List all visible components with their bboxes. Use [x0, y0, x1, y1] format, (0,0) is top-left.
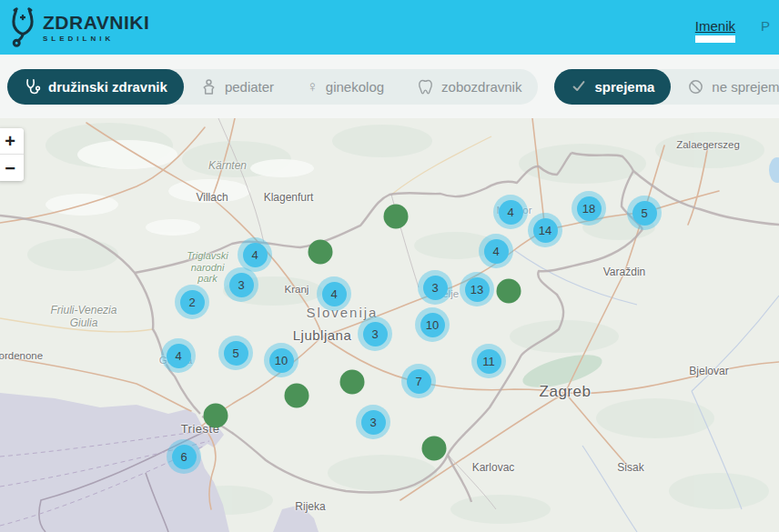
cluster-marker[interactable]: 11: [471, 344, 506, 378]
single-doctor-marker[interactable]: [497, 279, 521, 304]
cluster-marker[interactable]: 3: [418, 270, 452, 305]
single-doctor-marker[interactable]: [309, 240, 333, 265]
check-icon: [571, 78, 587, 95]
female-icon: ♀: [307, 79, 319, 95]
filter-ginekolog[interactable]: ♀ ginekolog: [290, 69, 400, 105]
single-doctor-marker[interactable]: [285, 384, 309, 408]
nav-item-truncated[interactable]: P: [761, 18, 770, 34]
active-underline: [695, 35, 735, 43]
cluster-count: 7: [407, 369, 431, 394]
filter-pediater[interactable]: pediater: [184, 69, 290, 105]
cluster-marker[interactable]: 2: [175, 285, 209, 319]
filter-label: zobozdravnik: [441, 79, 521, 95]
cluster-marker[interactable]: 13: [460, 272, 494, 306]
cluster-count: 18: [577, 196, 602, 221]
cluster-marker[interactable]: 14: [528, 213, 562, 247]
filter-bar: družinski zdravnik pediater ♀ ginekolog: [0, 55, 779, 118]
cluster-marker[interactable]: 4: [479, 234, 513, 268]
cluster-count: 3: [423, 276, 448, 300]
nav-label: Imenik: [695, 18, 735, 34]
nav-label: P: [761, 18, 770, 34]
cluster-marker[interactable]: 6: [167, 439, 201, 474]
cluster-count: 4: [167, 344, 191, 368]
filter-label: pediater: [225, 79, 274, 95]
filter-label: ne sprejema: [712, 79, 779, 95]
cluster-marker[interactable]: 4: [161, 338, 196, 373]
cluster-marker[interactable]: 3: [356, 405, 390, 439]
cluster-marker[interactable]: 7: [401, 364, 436, 398]
cluster-marker[interactable]: 3: [358, 316, 392, 351]
cluster-marker[interactable]: 10: [264, 343, 298, 377]
map-canvas[interactable]: KärntenVillachKlagenfurtTriglavski narod…: [0, 118, 779, 532]
zoom-control: + −: [0, 128, 24, 181]
cluster-count: 4: [499, 200, 523, 225]
tooth-icon: [417, 78, 434, 95]
cluster-marker[interactable]: 10: [415, 307, 450, 342]
zoom-out-button[interactable]: −: [0, 155, 24, 181]
filter-druzinski-zdravnik[interactable]: družinski zdravnik: [7, 69, 184, 105]
cluster-count: 4: [322, 282, 347, 306]
cluster-count: 10: [269, 348, 294, 373]
single-doctor-marker[interactable]: [384, 205, 409, 229]
cluster-count: 3: [229, 273, 254, 297]
filter-zobozdravnik[interactable]: zobozdravnik: [400, 69, 538, 105]
filter-ne-sprejema[interactable]: ne sprejema: [671, 69, 779, 105]
filter-label: sprejema: [594, 79, 654, 95]
cluster-marker[interactable]: 4: [317, 276, 351, 311]
single-doctor-marker[interactable]: [340, 370, 365, 395]
cluster-count: 2: [180, 290, 205, 315]
cluster-count: 5: [224, 341, 248, 366]
stethoscope-icon: [24, 78, 41, 95]
cluster-count: 4: [243, 243, 268, 267]
single-doctor-marker[interactable]: [204, 404, 228, 428]
stethoscope-logo-icon: [9, 6, 36, 48]
no-entry-icon: [687, 78, 704, 95]
cluster-count: 3: [363, 322, 388, 346]
child-icon: [200, 78, 218, 95]
accepts-filter-group: sprejema ne sprejema vsi: [554, 69, 779, 105]
logo[interactable]: ZDRAVNIKI SLEDILNIK: [9, 6, 149, 48]
zdravniki-app: ZDRAVNIKI SLEDILNIK Imenik P: [0, 0, 779, 532]
cluster-count: 6: [172, 445, 197, 469]
cluster-count: 14: [533, 218, 558, 243]
cluster-marker[interactable]: 5: [218, 336, 253, 370]
filter-label: ginekolog: [326, 79, 384, 95]
filter-sprejema[interactable]: sprejema: [554, 69, 671, 105]
cluster-marker[interactable]: 5: [627, 196, 662, 230]
header: ZDRAVNIKI SLEDILNIK Imenik P: [0, 0, 779, 55]
cluster-count: 13: [465, 277, 490, 302]
doctor-type-filter-group: družinski zdravnik pediater ♀ ginekolog: [7, 69, 538, 105]
logo-title: ZDRAVNIKI: [43, 13, 149, 32]
cluster-marker[interactable]: 3: [224, 267, 258, 302]
nav-item-imenik[interactable]: Imenik: [695, 18, 735, 43]
single-doctor-marker[interactable]: [422, 437, 447, 461]
cluster-count: 3: [361, 410, 386, 435]
cluster-count: 4: [484, 239, 509, 264]
cluster-marker[interactable]: 4: [493, 195, 528, 229]
cluster-marker[interactable]: 18: [572, 191, 606, 226]
cluster-count: 10: [420, 313, 445, 337]
logo-subtitle: SLEDILNIK: [43, 35, 149, 43]
zoom-in-button[interactable]: +: [0, 128, 24, 155]
main-nav: Imenik P: [695, 18, 770, 43]
cluster-count: 11: [477, 349, 501, 374]
filter-label: družinski zdravnik: [48, 79, 167, 95]
cluster-count: 5: [632, 201, 657, 226]
